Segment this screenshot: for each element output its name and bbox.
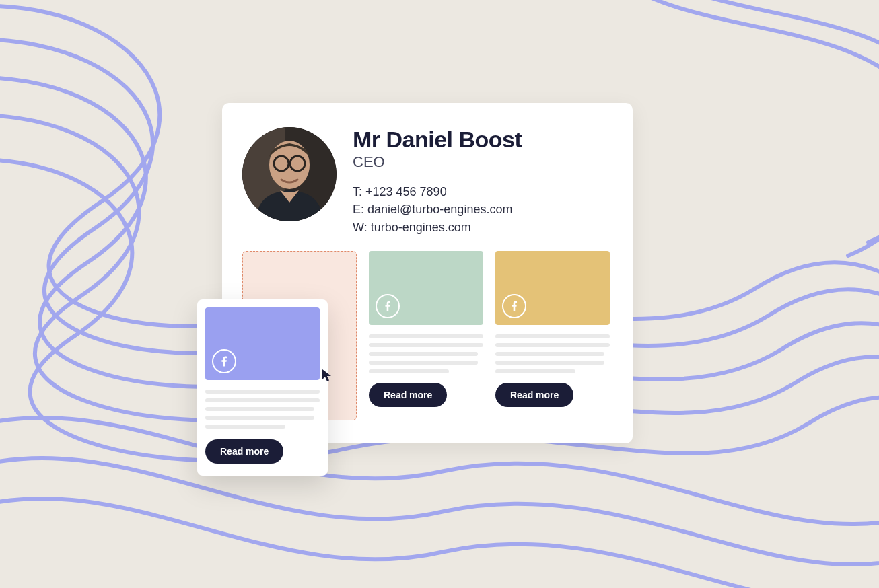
contact-block: T: +123 456 7890 E: daniel@turbo-engines… <box>353 183 522 235</box>
read-more-button[interactable]: Read more <box>369 383 447 407</box>
signature-header: Mr Daniel Boost CEO T: +123 456 7890 E: … <box>242 127 612 236</box>
content-card-2: Read more <box>369 251 483 420</box>
person-role: CEO <box>353 153 522 171</box>
card-thumbnail <box>369 251 483 325</box>
email-label: E: <box>353 203 367 216</box>
content-card-3: Read more <box>495 251 610 420</box>
read-more-button[interactable]: Read more <box>495 383 573 407</box>
phone-value: +123 456 7890 <box>365 185 447 198</box>
person-name: Mr Daniel Boost <box>353 127 522 152</box>
contact-email: E: daniel@turbo-engines.com <box>353 200 522 218</box>
card-thumbnail <box>205 307 320 380</box>
text-placeholder <box>495 334 610 373</box>
text-placeholder <box>369 334 483 373</box>
web-value: turbo-engines.com <box>371 221 471 234</box>
facebook-icon <box>212 349 236 373</box>
facebook-icon <box>502 294 526 318</box>
contact-phone: T: +123 456 7890 <box>353 183 522 200</box>
read-more-button[interactable]: Read more <box>205 439 283 464</box>
dragging-content-card[interactable]: Read more <box>197 299 328 476</box>
card-thumbnail <box>495 251 610 325</box>
phone-label: T: <box>353 185 365 198</box>
email-value: daniel@turbo-engines.com <box>367 203 512 216</box>
text-placeholder <box>205 390 320 429</box>
avatar <box>242 127 337 221</box>
facebook-icon <box>376 294 400 318</box>
contact-website: W: turbo-engines.com <box>353 219 522 236</box>
identity-block: Mr Daniel Boost CEO T: +123 456 7890 E: … <box>353 127 522 236</box>
web-label: W: <box>353 221 371 234</box>
